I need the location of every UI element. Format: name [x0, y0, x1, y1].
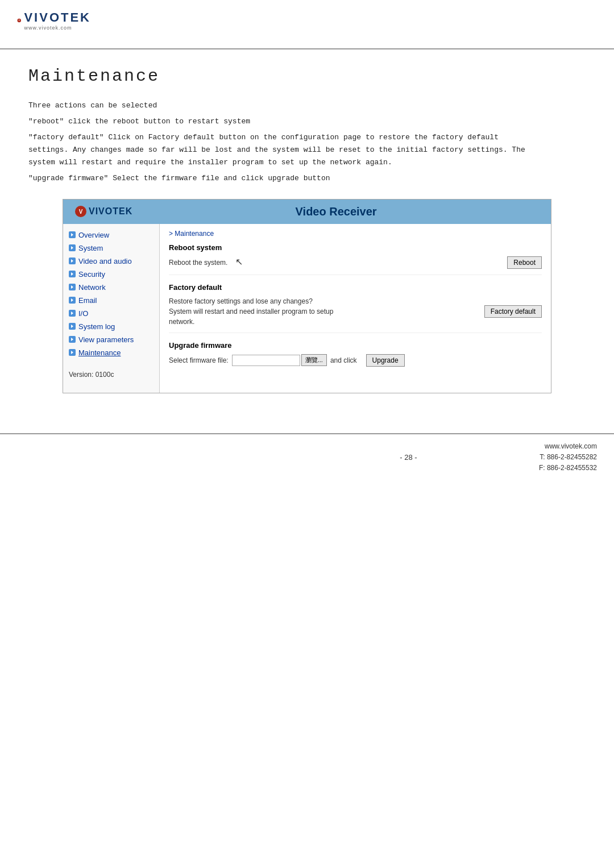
description-block: Three actions can be selected "reboot" c… — [28, 99, 540, 185]
sidebar-item-view-parameters[interactable]: View parameters — [63, 333, 159, 346]
page-header: V VIVOTEK www.vivotek.com — [0, 0, 614, 49]
and-click-text: and click — [330, 356, 357, 364]
sidebar-label-overview: Overview — [78, 231, 109, 239]
interface-body: Overview System Video and audio Security… — [63, 224, 551, 393]
vivotek-icon: V — [17, 12, 21, 29]
sidebar-arrow-security — [69, 271, 76, 277]
factory-default-desc1: Restore factory settings and lose any ch… — [169, 296, 479, 306]
firmware-browse-button[interactable]: 瀏覽... — [301, 354, 327, 366]
reboot-description-area: Reboot the system. ↖ — [169, 256, 501, 268]
logo-text: VIVOTEK — [24, 10, 91, 25]
sidebar-item-io[interactable]: I/O — [63, 307, 159, 320]
desc-line1: Three actions can be selected — [28, 99, 540, 112]
reboot-button[interactable]: Reboot — [507, 256, 542, 269]
sidebar-label-email: Email — [78, 296, 97, 305]
reboot-description: Reboot the system. — [169, 259, 227, 267]
factory-default-desc2: System will restart and need installer p… — [169, 306, 479, 317]
sidebar-item-network[interactable]: Network — [63, 281, 159, 294]
sidebar-item-email[interactable]: Email — [63, 294, 159, 307]
logo-url: www.vivotek.com — [24, 25, 91, 31]
sidebar-arrow-network — [69, 284, 76, 290]
vivotek-small-text: VIVOTEK — [89, 206, 132, 217]
main-panel: > Maintenance Reboot system Reboot the s… — [160, 224, 551, 393]
contact-phone: T: 886-2-82455282 — [539, 452, 597, 463]
sidebar-item-system-log[interactable]: System log — [63, 320, 159, 333]
upgrade-firmware-section: Select firmware file: 瀏覽... and click Up… — [169, 354, 542, 367]
sidebar-label-network: Network — [78, 283, 106, 292]
sidebar: Overview System Video and audio Security… — [63, 224, 160, 393]
vivotek-logo-icon: V — [74, 205, 87, 218]
interface-box: V VIVOTEK Video Receiver Overview System — [63, 199, 551, 393]
contact-info: www.vivotek.com T: 886-2-82455282 F: 886… — [539, 441, 597, 474]
sidebar-label-io: I/O — [78, 309, 88, 318]
sidebar-label-maintenance: Maintenance — [78, 348, 121, 357]
sidebar-item-video-audio[interactable]: Video and audio — [63, 255, 159, 268]
sidebar-item-security[interactable]: Security — [63, 268, 159, 281]
sidebar-version: Version: 0100c — [63, 359, 159, 381]
sidebar-arrow-view-parameters — [69, 336, 76, 343]
sidebar-item-system[interactable]: System — [63, 242, 159, 255]
svg-text:V: V — [79, 209, 83, 215]
factory-default-title: Factory default — [169, 283, 542, 292]
main-content: Maintenance Three actions can be selecte… — [0, 49, 614, 422]
sidebar-label-view-parameters: View parameters — [78, 335, 134, 344]
interface-header-inner: V VIVOTEK Video Receiver — [74, 205, 540, 218]
reboot-title: Reboot system — [169, 243, 542, 252]
reboot-section: Reboot the system. ↖ Reboot — [169, 256, 542, 275]
firmware-row: Select firmware file: 瀏覽... and click Up… — [169, 354, 542, 367]
interface-title: Video Receiver — [132, 205, 540, 218]
page-footer: - 28 - www.vivotek.com T: 886-2-82455282… — [0, 434, 614, 481]
sidebar-label-system: System — [78, 244, 103, 252]
breadcrumb: > Maintenance — [169, 230, 542, 238]
firmware-file-input[interactable] — [232, 355, 300, 366]
page-title: Maintenance — [28, 67, 586, 86]
interface-logo: V VIVOTEK — [74, 205, 132, 218]
factory-default-desc3: network. — [169, 317, 479, 327]
factory-default-button[interactable]: Factory default — [484, 305, 542, 318]
sidebar-arrow-email — [69, 297, 76, 304]
sidebar-item-maintenance[interactable]: Maintenance — [63, 346, 159, 359]
desc-line4: "upgrade firmware" Select the firmware f… — [28, 172, 540, 185]
sidebar-arrow-system — [69, 244, 76, 251]
desc-line2: "reboot" click the reboot button to rest… — [28, 115, 540, 128]
logo-box: V VIVOTEK www.vivotek.com — [17, 10, 91, 41]
sidebar-label-video-audio: Video and audio — [78, 257, 132, 265]
sidebar-label-system-log: System log — [78, 322, 115, 331]
sidebar-arrow-overview — [69, 231, 76, 238]
sidebar-arrow-video-audio — [69, 258, 76, 264]
upgrade-firmware-title: Upgrade firmware — [169, 341, 542, 350]
logo-area: V VIVOTEK www.vivotek.com — [17, 10, 597, 41]
sidebar-label-security: Security — [78, 270, 105, 279]
upgrade-button[interactable]: Upgrade — [366, 354, 405, 367]
page-number: - 28 - — [278, 453, 539, 462]
sidebar-arrow-system-log — [69, 323, 76, 330]
factory-default-section: Restore factory settings and lose any ch… — [169, 296, 542, 333]
sidebar-item-overview[interactable]: Overview — [63, 229, 159, 242]
factory-default-description-area: Restore factory settings and lose any ch… — [169, 296, 479, 327]
contact-fax: F: 886-2-82455532 — [539, 463, 597, 474]
sidebar-arrow-io — [69, 310, 76, 317]
desc-line3: "factory default" Click on Factory defau… — [28, 131, 540, 169]
contact-website: www.vivotek.com — [539, 441, 597, 452]
cursor-icon: ↖ — [235, 256, 243, 267]
interface-header: V VIVOTEK Video Receiver — [63, 200, 551, 224]
firmware-select-label: Select firmware file: — [169, 356, 229, 364]
sidebar-arrow-maintenance — [69, 349, 76, 356]
